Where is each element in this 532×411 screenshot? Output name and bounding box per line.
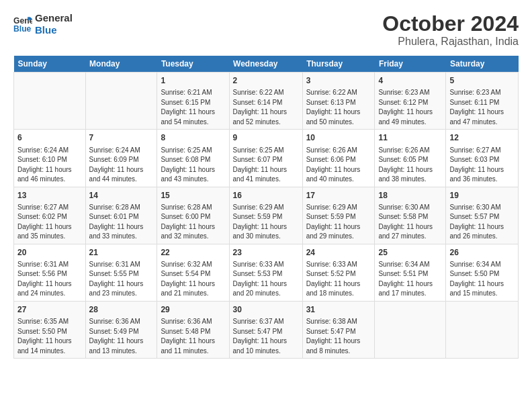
cell-info: Sunrise: 6:28 AMSunset: 6:01 PMDaylight:… — [89, 203, 144, 240]
table-row: 1Sunrise: 6:21 AMSunset: 6:15 PMDaylight… — [14, 73, 519, 130]
day-number: 12 — [449, 132, 515, 143]
col-friday: Friday — [375, 56, 446, 73]
cell-info: Sunrise: 6:32 AMSunset: 5:54 PMDaylight:… — [161, 261, 215, 298]
table-cell — [85, 73, 157, 130]
logo: General Blue General Blue — [13, 12, 73, 36]
cell-info: Sunrise: 6:31 AMSunset: 5:56 PMDaylight:… — [17, 261, 72, 298]
day-number: 15 — [161, 190, 225, 201]
table-cell: 15Sunrise: 6:28 AMSunset: 6:00 PMDayligh… — [157, 187, 229, 244]
day-number: 4 — [378, 75, 442, 86]
table-cell: 20Sunrise: 6:31 AMSunset: 5:56 PMDayligh… — [14, 244, 86, 301]
table-cell: 19Sunrise: 6:30 AMSunset: 5:57 PMDayligh… — [446, 187, 519, 244]
day-number: 6 — [17, 132, 82, 143]
cell-info: Sunrise: 6:33 AMSunset: 5:52 PMDaylight:… — [306, 261, 361, 298]
table-cell: 13Sunrise: 6:27 AMSunset: 6:02 PMDayligh… — [14, 187, 86, 244]
day-number: 23 — [233, 247, 299, 258]
table-cell: 17Sunrise: 6:29 AMSunset: 5:59 PMDayligh… — [302, 187, 375, 244]
table-cell — [446, 301, 519, 358]
cell-info: Sunrise: 6:25 AMSunset: 6:08 PMDaylight:… — [161, 146, 215, 183]
table-row: 6Sunrise: 6:24 AMSunset: 6:10 PMDaylight… — [14, 130, 519, 187]
day-number: 16 — [233, 190, 299, 201]
cell-info: Sunrise: 6:37 AMSunset: 5:47 PMDaylight:… — [233, 318, 287, 355]
table-cell: 12Sunrise: 6:27 AMSunset: 6:03 PMDayligh… — [446, 130, 519, 187]
table-cell: 22Sunrise: 6:32 AMSunset: 5:54 PMDayligh… — [157, 244, 229, 301]
table-cell: 6Sunrise: 6:24 AMSunset: 6:10 PMDaylight… — [14, 130, 86, 187]
day-number: 1 — [161, 75, 225, 86]
table-cell: 18Sunrise: 6:30 AMSunset: 5:58 PMDayligh… — [375, 187, 446, 244]
cell-info: Sunrise: 6:24 AMSunset: 6:09 PMDaylight:… — [89, 146, 144, 183]
day-number: 13 — [17, 190, 82, 201]
cell-info: Sunrise: 6:26 AMSunset: 6:05 PMDaylight:… — [378, 146, 433, 183]
day-number: 7 — [89, 132, 154, 143]
table-cell — [14, 73, 86, 130]
cell-info: Sunrise: 6:35 AMSunset: 5:50 PMDaylight:… — [17, 318, 72, 355]
day-number: 25 — [378, 247, 442, 258]
table-cell: 26Sunrise: 6:34 AMSunset: 5:50 PMDayligh… — [446, 244, 519, 301]
table-cell: 3Sunrise: 6:22 AMSunset: 6:13 PMDaylight… — [302, 73, 375, 130]
table-cell: 14Sunrise: 6:28 AMSunset: 6:01 PMDayligh… — [85, 187, 157, 244]
table-cell: 23Sunrise: 6:33 AMSunset: 5:53 PMDayligh… — [229, 244, 302, 301]
logo-text-general: General — [35, 12, 73, 24]
day-number: 18 — [378, 190, 442, 201]
table-cell: 27Sunrise: 6:35 AMSunset: 5:50 PMDayligh… — [14, 301, 86, 358]
cell-info: Sunrise: 6:27 AMSunset: 6:03 PMDaylight:… — [449, 146, 504, 183]
logo-text-blue: Blue — [35, 24, 73, 36]
table-cell: 2Sunrise: 6:22 AMSunset: 6:14 PMDaylight… — [229, 73, 302, 130]
col-sunday: Sunday — [14, 56, 86, 73]
cell-info: Sunrise: 6:30 AMSunset: 5:57 PMDaylight:… — [449, 203, 504, 240]
day-number: 11 — [378, 132, 442, 143]
table-row: 27Sunrise: 6:35 AMSunset: 5:50 PMDayligh… — [14, 301, 519, 358]
table-cell: 21Sunrise: 6:31 AMSunset: 5:55 PMDayligh… — [85, 244, 157, 301]
col-wednesday: Wednesday — [229, 56, 302, 73]
cell-info: Sunrise: 6:21 AMSunset: 6:15 PMDaylight:… — [161, 89, 215, 126]
day-number: 30 — [233, 304, 299, 315]
table-cell: 30Sunrise: 6:37 AMSunset: 5:47 PMDayligh… — [229, 301, 302, 358]
cell-info: Sunrise: 6:34 AMSunset: 5:51 PMDaylight:… — [378, 261, 433, 298]
cell-info: Sunrise: 6:36 AMSunset: 5:48 PMDaylight:… — [161, 318, 215, 355]
table-cell: 28Sunrise: 6:36 AMSunset: 5:49 PMDayligh… — [85, 301, 157, 358]
day-number: 31 — [306, 304, 371, 315]
svg-text:Blue: Blue — [13, 24, 32, 34]
day-number: 22 — [161, 247, 225, 258]
table-header-row: Sunday Monday Tuesday Wednesday Thursday… — [14, 56, 519, 73]
day-number: 29 — [161, 304, 225, 315]
logo-icon: General Blue — [13, 15, 32, 34]
day-number: 10 — [306, 132, 371, 143]
cell-info: Sunrise: 6:24 AMSunset: 6:10 PMDaylight:… — [17, 146, 72, 183]
table-cell: 24Sunrise: 6:33 AMSunset: 5:52 PMDayligh… — [302, 244, 375, 301]
day-number: 28 — [89, 304, 154, 315]
page: General Blue General Blue October 2024 P… — [0, 0, 532, 411]
cell-info: Sunrise: 6:22 AMSunset: 6:13 PMDaylight:… — [306, 89, 361, 126]
cell-info: Sunrise: 6:31 AMSunset: 5:55 PMDaylight:… — [89, 261, 144, 298]
day-number: 3 — [306, 75, 371, 86]
cell-info: Sunrise: 6:25 AMSunset: 6:07 PMDaylight:… — [233, 146, 287, 183]
page-title: October 2024 — [382, 12, 519, 36]
table-cell: 7Sunrise: 6:24 AMSunset: 6:09 PMDaylight… — [85, 130, 157, 187]
table-cell: 9Sunrise: 6:25 AMSunset: 6:07 PMDaylight… — [229, 130, 302, 187]
table-cell — [375, 301, 446, 358]
day-number: 2 — [233, 75, 299, 86]
table-cell: 11Sunrise: 6:26 AMSunset: 6:05 PMDayligh… — [375, 130, 446, 187]
table-cell: 1Sunrise: 6:21 AMSunset: 6:15 PMDaylight… — [157, 73, 229, 130]
cell-info: Sunrise: 6:30 AMSunset: 5:58 PMDaylight:… — [378, 203, 433, 240]
day-number: 9 — [233, 132, 299, 143]
table-cell: 25Sunrise: 6:34 AMSunset: 5:51 PMDayligh… — [375, 244, 446, 301]
cell-info: Sunrise: 6:33 AMSunset: 5:53 PMDaylight:… — [233, 261, 287, 298]
col-thursday: Thursday — [302, 56, 375, 73]
col-saturday: Saturday — [446, 56, 519, 73]
day-number: 14 — [89, 190, 154, 201]
day-number: 24 — [306, 247, 371, 258]
table-row: 20Sunrise: 6:31 AMSunset: 5:56 PMDayligh… — [14, 244, 519, 301]
day-number: 17 — [306, 190, 371, 201]
col-tuesday: Tuesday — [157, 56, 229, 73]
cell-info: Sunrise: 6:26 AMSunset: 6:06 PMDaylight:… — [306, 146, 361, 183]
table-cell: 31Sunrise: 6:38 AMSunset: 5:47 PMDayligh… — [302, 301, 375, 358]
table-cell: 4Sunrise: 6:23 AMSunset: 6:12 PMDaylight… — [375, 73, 446, 130]
table-cell: 10Sunrise: 6:26 AMSunset: 6:06 PMDayligh… — [302, 130, 375, 187]
header: General Blue General Blue October 2024 P… — [13, 12, 519, 48]
page-subtitle: Phulera, Rajasthan, India — [382, 36, 519, 48]
day-number: 8 — [161, 132, 225, 143]
day-number: 19 — [449, 190, 515, 201]
cell-info: Sunrise: 6:22 AMSunset: 6:14 PMDaylight:… — [233, 89, 287, 126]
cell-info: Sunrise: 6:23 AMSunset: 6:11 PMDaylight:… — [449, 89, 504, 126]
